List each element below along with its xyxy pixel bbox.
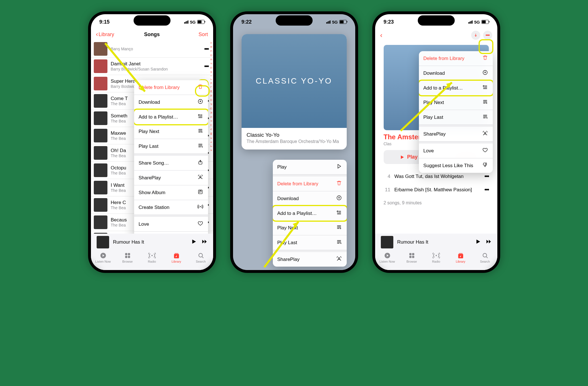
album-preview-card[interactable]: CLASSIC YO-YO Classic Yo-Yo The Amsterda… [242,34,347,150]
menu-item-create-station[interactable]: Create Station [134,200,208,215]
card-artist: The Amsterdam Baroque Orchestra/Yo-Yo Ma [247,139,342,144]
library-icon [173,252,180,259]
shareplay-icon [336,256,342,263]
menu-item-shareplay[interactable]: SharePlay [134,171,208,185]
share-icon [197,159,203,167]
tab-listen-now[interactable]: Listen Now [379,252,396,263]
now-playing-art [381,236,393,248]
now-playing-bar[interactable]: Rumour Has It [91,234,213,251]
menu-label: Play Last [139,144,159,149]
play-icon[interactable] [475,238,481,245]
last-icon [197,143,203,150]
tab-label: Radio [432,260,440,263]
playlist-icon [336,210,342,217]
listen-now-icon [384,252,391,259]
svg-line-21 [401,82,452,131]
radio-icon [148,252,156,259]
menu-item-love[interactable]: Love [419,144,493,158]
menu-item-love[interactable]: Love [134,217,208,232]
tab-browse[interactable]: Browse [119,252,136,263]
track-name: Was Gott Tut, das Ist Wohlgetan [394,174,485,179]
shareplay-icon [482,130,488,138]
tab-label: Search [480,260,490,263]
menu-item-suggest-less-like-this[interactable]: Suggest Less Like This [419,158,493,173]
album-art [94,198,107,212]
menu-label: Love [423,148,434,154]
download-album-button[interactable] [471,31,480,40]
tab-search[interactable]: Search [192,252,209,263]
menu-label: SharePlay [139,175,161,181]
signal-icon [468,20,473,24]
more-icon[interactable]: ••• [204,63,208,70]
phone-3: 9:23 5G ‹ ••• The Amsterd Clas Play Shuf… [372,11,500,273]
tab-radio[interactable]: Radio [428,252,445,263]
tab-bar: Listen NowBrowseRadioLibrarySearch [91,251,213,270]
listen-now-icon [99,252,107,259]
play-label: Play [407,154,417,160]
more-icon[interactable]: ••• [484,173,489,180]
album-art [94,181,107,194]
phone-1: 9:15 5G ‹ Library Songs Sort A B C D E F… [88,11,216,273]
heart-icon [482,147,488,154]
battery-icon [339,20,347,24]
dynamic-island [276,15,313,26]
play-icon [336,163,342,171]
card-title: Classic Yo-Yo [247,132,342,138]
tab-browse[interactable]: Browse [403,252,420,263]
album-cover: CLASSIC YO-YO [242,34,347,128]
menu-item-play[interactable]: Play [273,160,347,175]
menu-item-share-song[interactable]: Share Song… [134,156,208,171]
tab-label: Search [196,260,206,263]
tab-library[interactable]: Library [452,252,469,263]
battery-icon [481,20,489,24]
thumbsdown-icon [482,162,488,169]
menu-label: Download [423,70,445,76]
battery-icon [197,20,205,24]
annotation-arrow [256,196,313,270]
signal-icon [326,20,331,24]
trash-icon [336,180,342,187]
playlist-icon [482,84,488,92]
menu-item-show-album[interactable]: Show Album [134,185,208,200]
tab-library[interactable]: Library [168,252,185,263]
tab-radio[interactable]: Radio [144,252,161,263]
forward-icon[interactable] [201,238,207,245]
forward-icon[interactable] [485,238,492,245]
download-icon [482,70,488,77]
play-icon[interactable] [191,238,197,245]
now-playing-bar[interactable]: Rumour Has It [375,234,497,251]
radio-icon [433,252,440,259]
dynamic-island [134,15,171,26]
browse-icon [124,252,131,259]
station-icon [197,204,203,211]
back-button[interactable]: ‹ Library [96,31,114,38]
library-icon [457,252,464,259]
more-icon[interactable]: ••• [204,46,208,52]
tab-label: Listen Now [95,260,111,263]
menu-item-delete-from-library[interactable]: Delete from Library [273,177,347,191]
track-row[interactable]: 11Erbarme Dish [St. Matthew Passion]••• [375,183,497,196]
song-list[interactable]: A B C D E F G H I J K L M N O P Q R S T … [91,40,213,234]
menu-item-suggest-less-like-this[interactable]: Suggest Less Like This [134,232,208,234]
more-button[interactable]: ••• [483,31,492,40]
last-icon [336,239,342,246]
back-button[interactable]: ‹ [380,31,383,39]
nav-bar: ‹ Library Songs Sort [91,30,213,40]
trash-icon [482,55,488,62]
more-icon[interactable]: ••• [484,186,489,193]
menu-label: Suggest Less Like This [423,163,473,169]
tab-label: Radio [148,260,156,263]
annotation-highlight [479,39,493,54]
status-network: 5G [190,20,196,24]
album-icon [197,189,203,196]
nav-title: Songs [144,32,160,38]
phone-2: 9:22 5G CLASSIC YO-YO Classic Yo-Yo The … [230,11,358,273]
shareplay-icon [197,174,203,181]
heart-icon [197,221,203,228]
tab-search[interactable]: Search [477,252,494,263]
tab-listen-now[interactable]: Listen Now [95,252,112,263]
menu-label: Delete from Library [423,56,465,61]
tab-label: Library [172,260,181,263]
annotation-arrow [99,40,156,143]
sort-button[interactable]: Sort [198,32,208,38]
